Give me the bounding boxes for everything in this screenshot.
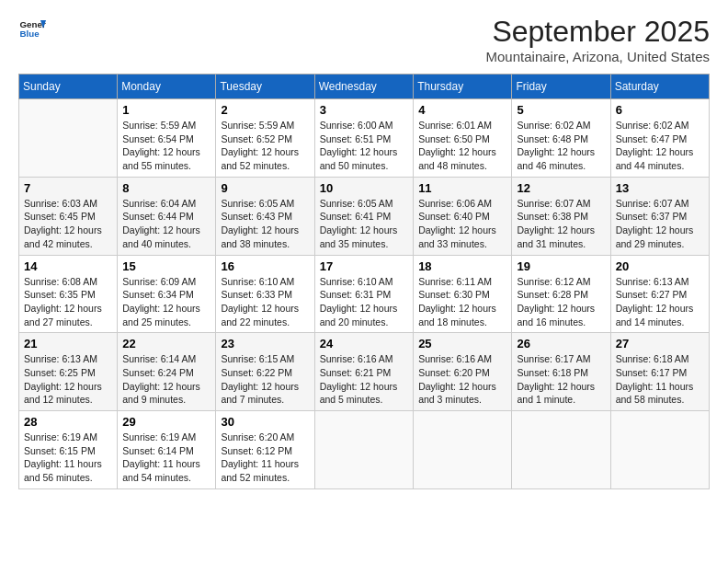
calendar-cell: 27 Sunrise: 6:18 AMSunset: 6:17 PMDaylig… — [610, 333, 709, 411]
day-number: 22 — [122, 337, 210, 350]
calendar-header-row: SundayMondayTuesdayWednesdayThursdayFrid… — [19, 75, 710, 99]
day-number: 2 — [221, 103, 309, 117]
month-title: September 2025 — [486, 15, 710, 49]
calendar-cell: 21 Sunrise: 6:13 AMSunset: 6:25 PMDaylig… — [19, 333, 118, 411]
day-info: Sunrise: 6:06 AMSunset: 6:40 PMDaylight:… — [418, 198, 496, 249]
day-number: 1 — [122, 103, 210, 117]
calendar-table: SundayMondayTuesdayWednesdayThursdayFrid… — [18, 74, 710, 489]
calendar-week-row: 28 Sunrise: 6:19 AMSunset: 6:15 PMDaylig… — [19, 411, 710, 489]
day-number: 23 — [221, 337, 309, 350]
day-info: Sunrise: 6:02 AMSunset: 6:47 PMDaylight:… — [616, 120, 694, 171]
day-info: Sunrise: 6:01 AMSunset: 6:50 PMDaylight:… — [418, 120, 496, 171]
day-info: Sunrise: 6:04 AMSunset: 6:44 PMDaylight:… — [122, 198, 200, 249]
day-number: 6 — [616, 103, 704, 117]
day-info: Sunrise: 5:59 AMSunset: 6:54 PMDaylight:… — [122, 120, 200, 171]
day-number: 29 — [122, 415, 210, 429]
calendar-cell: 3 Sunrise: 6:00 AMSunset: 6:51 PMDayligh… — [314, 99, 413, 178]
day-number: 26 — [517, 337, 605, 350]
day-info: Sunrise: 6:16 AMSunset: 6:21 PMDaylight:… — [320, 353, 398, 405]
calendar-cell — [414, 411, 512, 489]
day-info: Sunrise: 6:07 AMSunset: 6:38 PMDaylight:… — [517, 198, 595, 249]
logo-icon: General Blue — [18, 15, 46, 42]
day-info: Sunrise: 6:15 AMSunset: 6:22 PMDaylight:… — [221, 353, 299, 405]
calendar-cell: 1 Sunrise: 5:59 AMSunset: 6:54 PMDayligh… — [118, 99, 216, 178]
day-info: Sunrise: 6:10 AMSunset: 6:31 PMDaylight:… — [320, 276, 398, 327]
calendar-cell: 15 Sunrise: 6:09 AMSunset: 6:34 PMDaylig… — [118, 255, 216, 333]
calendar-cell: 22 Sunrise: 6:14 AMSunset: 6:24 PMDaylig… — [118, 333, 216, 411]
day-number: 8 — [122, 181, 210, 195]
calendar-cell: 12 Sunrise: 6:07 AMSunset: 6:38 PMDaylig… — [512, 177, 610, 255]
calendar-cell: 30 Sunrise: 6:20 AMSunset: 6:12 PMDaylig… — [216, 411, 314, 489]
day-number: 10 — [320, 181, 408, 195]
day-number: 25 — [418, 337, 506, 350]
calendar-cell — [314, 411, 413, 489]
calendar-cell — [610, 411, 709, 489]
day-number: 17 — [320, 259, 408, 273]
day-info: Sunrise: 6:17 AMSunset: 6:18 PMDaylight:… — [517, 353, 595, 405]
calendar-week-row: 14 Sunrise: 6:08 AMSunset: 6:35 PMDaylig… — [19, 255, 710, 333]
day-info: Sunrise: 6:16 AMSunset: 6:20 PMDaylight:… — [418, 353, 496, 405]
day-info: Sunrise: 6:18 AMSunset: 6:17 PMDaylight:… — [616, 353, 694, 405]
day-number: 21 — [24, 337, 112, 350]
weekday-header-tuesday: Tuesday — [216, 75, 314, 99]
location-title: Mountainaire, Arizona, United States — [486, 49, 710, 64]
day-number: 20 — [616, 259, 704, 273]
day-info: Sunrise: 6:19 AMSunset: 6:15 PMDaylight:… — [24, 431, 102, 483]
day-info: Sunrise: 6:20 AMSunset: 6:12 PMDaylight:… — [221, 431, 299, 483]
day-number: 3 — [320, 103, 408, 117]
day-info: Sunrise: 6:13 AMSunset: 6:25 PMDaylight:… — [24, 353, 102, 405]
day-info: Sunrise: 6:11 AMSunset: 6:30 PMDaylight:… — [418, 276, 496, 327]
day-info: Sunrise: 6:03 AMSunset: 6:45 PMDaylight:… — [24, 198, 102, 249]
day-number: 12 — [517, 181, 605, 195]
calendar-cell: 6 Sunrise: 6:02 AMSunset: 6:47 PMDayligh… — [610, 99, 709, 178]
calendar-cell: 11 Sunrise: 6:06 AMSunset: 6:40 PMDaylig… — [414, 177, 512, 255]
day-number: 14 — [24, 259, 112, 273]
calendar-cell: 20 Sunrise: 6:13 AMSunset: 6:27 PMDaylig… — [610, 255, 709, 333]
calendar-cell: 17 Sunrise: 6:10 AMSunset: 6:31 PMDaylig… — [314, 255, 413, 333]
day-number: 13 — [616, 181, 704, 195]
weekday-header-saturday: Saturday — [610, 75, 709, 99]
weekday-header-thursday: Thursday — [414, 75, 512, 99]
calendar-cell: 18 Sunrise: 6:11 AMSunset: 6:30 PMDaylig… — [414, 255, 512, 333]
calendar-cell: 8 Sunrise: 6:04 AMSunset: 6:44 PMDayligh… — [118, 177, 216, 255]
day-info: Sunrise: 6:19 AMSunset: 6:14 PMDaylight:… — [122, 431, 200, 483]
day-info: Sunrise: 5:59 AMSunset: 6:52 PMDaylight:… — [221, 120, 299, 171]
calendar-cell: 28 Sunrise: 6:19 AMSunset: 6:15 PMDaylig… — [19, 411, 118, 489]
calendar-cell: 16 Sunrise: 6:10 AMSunset: 6:33 PMDaylig… — [216, 255, 314, 333]
svg-text:Blue: Blue — [20, 29, 40, 39]
day-info: Sunrise: 6:07 AMSunset: 6:37 PMDaylight:… — [616, 198, 694, 249]
weekday-header-sunday: Sunday — [19, 75, 118, 99]
day-number: 15 — [122, 259, 210, 273]
calendar-cell: 25 Sunrise: 6:16 AMSunset: 6:20 PMDaylig… — [414, 333, 512, 411]
calendar-cell: 4 Sunrise: 6:01 AMSunset: 6:50 PMDayligh… — [414, 99, 512, 178]
day-number: 24 — [320, 337, 408, 350]
page-header: General Blue September 2025 Mountainaire… — [18, 15, 710, 64]
calendar-cell — [19, 99, 118, 178]
title-block: September 2025 Mountainaire, Arizona, Un… — [486, 15, 710, 64]
calendar-cell: 19 Sunrise: 6:12 AMSunset: 6:28 PMDaylig… — [512, 255, 610, 333]
day-number: 5 — [517, 103, 605, 117]
calendar-cell: 13 Sunrise: 6:07 AMSunset: 6:37 PMDaylig… — [610, 177, 709, 255]
day-info: Sunrise: 6:00 AMSunset: 6:51 PMDaylight:… — [320, 120, 398, 171]
day-number: 19 — [517, 259, 605, 273]
weekday-header-friday: Friday — [512, 75, 610, 99]
calendar-cell: 23 Sunrise: 6:15 AMSunset: 6:22 PMDaylig… — [216, 333, 314, 411]
day-number: 16 — [221, 259, 309, 273]
calendar-cell: 10 Sunrise: 6:05 AMSunset: 6:41 PMDaylig… — [314, 177, 413, 255]
day-info: Sunrise: 6:13 AMSunset: 6:27 PMDaylight:… — [616, 276, 694, 327]
day-number: 18 — [418, 259, 506, 273]
day-info: Sunrise: 6:14 AMSunset: 6:24 PMDaylight:… — [122, 353, 200, 405]
day-info: Sunrise: 6:12 AMSunset: 6:28 PMDaylight:… — [517, 276, 595, 327]
day-number: 9 — [221, 181, 309, 195]
calendar-cell: 29 Sunrise: 6:19 AMSunset: 6:14 PMDaylig… — [118, 411, 216, 489]
weekday-header-wednesday: Wednesday — [314, 75, 413, 99]
day-info: Sunrise: 6:09 AMSunset: 6:34 PMDaylight:… — [122, 276, 200, 327]
weekday-header-monday: Monday — [118, 75, 216, 99]
calendar-week-row: 1 Sunrise: 5:59 AMSunset: 6:54 PMDayligh… — [19, 99, 710, 178]
day-number: 27 — [616, 337, 704, 350]
calendar-cell: 9 Sunrise: 6:05 AMSunset: 6:43 PMDayligh… — [216, 177, 314, 255]
calendar-cell: 14 Sunrise: 6:08 AMSunset: 6:35 PMDaylig… — [19, 255, 118, 333]
day-info: Sunrise: 6:10 AMSunset: 6:33 PMDaylight:… — [221, 276, 299, 327]
calendar-cell: 2 Sunrise: 5:59 AMSunset: 6:52 PMDayligh… — [216, 99, 314, 178]
day-number: 7 — [24, 181, 112, 195]
